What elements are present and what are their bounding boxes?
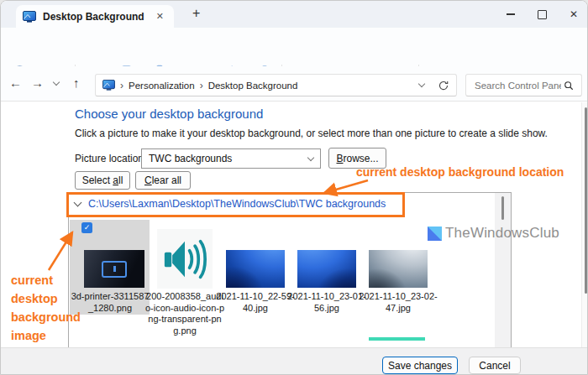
recent-locations-chevron-icon[interactable] xyxy=(53,79,60,86)
cancel-button[interactable]: Cancel xyxy=(469,357,521,374)
watermark: TheWindowsClub xyxy=(428,225,559,242)
display-icon xyxy=(23,11,36,23)
picture-location-value: TWC backgrounds xyxy=(149,153,232,164)
file-thumbnail-audio-icon[interactable] xyxy=(157,229,213,289)
forward-button[interactable]: → xyxy=(31,76,44,90)
search-input[interactable] xyxy=(473,80,563,91)
search-box[interactable] xyxy=(465,74,582,96)
file-name: 200-2008358_audio-icon-audio-icon-png-tr… xyxy=(144,291,225,336)
file-thumbnail-wallpaper-3[interactable] xyxy=(369,250,428,288)
minimize-button[interactable] xyxy=(496,1,525,28)
window-scrollbar-thumb[interactable] xyxy=(585,107,587,294)
file-name: 2021-11-10_22-59-40.jpg xyxy=(215,291,296,314)
thewindowsclub-logo-icon xyxy=(428,227,442,241)
close-button[interactable]: ✕ xyxy=(559,1,588,28)
address-bar[interactable]: › Personalization › Desktop Background xyxy=(95,74,457,96)
crumb-separator: › xyxy=(120,80,123,91)
page-title: Choose your desktop background xyxy=(75,107,263,121)
close-icon: ✕ xyxy=(570,8,578,20)
display-icon xyxy=(102,80,115,91)
maximize-button[interactable] xyxy=(528,1,556,28)
explorer-window: Desktop Background ✕ + ✕ New xyxy=(0,0,588,375)
watermark-text: TheWindowsClub xyxy=(445,225,559,242)
check-icon: ✓ xyxy=(84,224,91,232)
tab-desktop-background[interactable]: Desktop Background ✕ xyxy=(16,5,174,28)
search-icon xyxy=(563,80,575,91)
bottom-bar: Save changes Cancel xyxy=(1,347,588,375)
list-scrollbar-thumb[interactable] xyxy=(501,196,504,220)
up-button[interactable]: ↑ xyxy=(73,76,80,90)
path-group-header[interactable]: C:\Users\Laxman\Desktop\TheWindowsClub\T… xyxy=(88,198,386,210)
select-all-button[interactable]: Select all xyxy=(75,171,130,190)
annotation-location: current desktop background location xyxy=(356,165,564,179)
tab-title: Desktop Background xyxy=(43,11,144,23)
speaker-icon xyxy=(163,236,207,283)
breadcrumb-desktop-background[interactable]: Desktop Background xyxy=(208,81,298,91)
back-button[interactable]: ← xyxy=(9,76,22,90)
command-bar: New xyxy=(1,28,588,66)
picture-location-dropdown[interactable]: TWC backgrounds xyxy=(141,148,321,169)
file-thumbnail-wallpaper-2[interactable] xyxy=(297,250,356,288)
page-content: Choose your desktop background Click a p… xyxy=(1,102,588,347)
file-name: 2021-11-10_23-02-47.jpg xyxy=(358,291,438,314)
file-thumbnail-wallpaper-1[interactable] xyxy=(226,250,285,288)
printer-glyph xyxy=(102,261,127,278)
maximize-icon xyxy=(538,10,547,19)
chevron-down-icon xyxy=(307,154,314,160)
tab-strip: Desktop Background ✕ + ✕ xyxy=(1,1,588,28)
annotation-image: current desktop background image xyxy=(11,271,92,345)
tab-close-icon[interactable]: ✕ xyxy=(153,11,167,22)
breadcrumb-personalization[interactable]: Personalization xyxy=(129,81,195,91)
page-description: Click a picture to make it your desktop … xyxy=(75,128,548,139)
partial-thumbnail-next-row xyxy=(369,337,425,341)
minimize-icon xyxy=(507,13,515,15)
picture-location-label: Picture location: xyxy=(75,153,146,164)
crumb-separator: › xyxy=(200,80,203,91)
file-thumbnail-3d-printer[interactable] xyxy=(84,250,144,288)
address-dropdown-chevron-icon[interactable] xyxy=(418,81,425,87)
file-name: 2021-11-10_23-01-56.jpg xyxy=(286,291,367,314)
file-checkbox[interactable]: ✓ xyxy=(81,222,92,233)
refresh-icon[interactable] xyxy=(438,80,449,91)
save-changes-button[interactable]: Save changes xyxy=(382,357,458,374)
clear-all-button[interactable]: Clear all xyxy=(135,171,191,190)
new-tab-button[interactable]: + xyxy=(187,4,205,23)
address-bar-row: ← → ↑ › Personalization › Desktop Backgr… xyxy=(1,66,588,102)
